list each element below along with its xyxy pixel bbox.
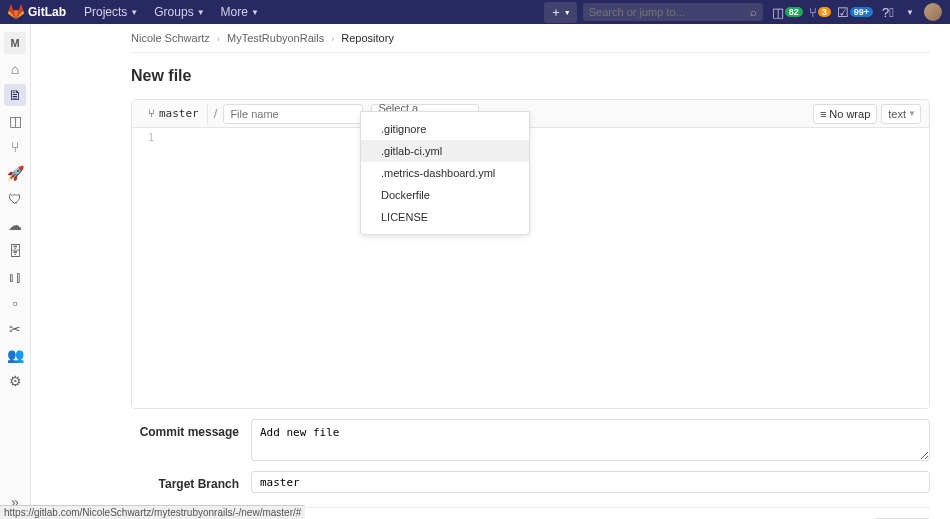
branch-selector[interactable]: ⑂ master (140, 104, 208, 124)
file-header: ⑂ master / Select a template type ▼ ≡ No… (132, 100, 929, 128)
plus-icon: ＋ (550, 4, 562, 21)
crumb-repository[interactable]: Repository (341, 32, 394, 44)
global-search[interactable]: ⌕ (583, 3, 763, 21)
brand-text: GitLab (28, 5, 66, 19)
todos-icon: ☑ (837, 5, 849, 20)
sidebar-project-avatar[interactable]: M (4, 32, 26, 54)
user-avatar[interactable] (924, 3, 942, 21)
chevron-down-icon: ▼ (564, 9, 571, 16)
sidebar-home[interactable]: ⌂ (4, 58, 26, 80)
browser-status-bar: https://gitlab.com/NicoleSchwartz/mytest… (0, 505, 305, 519)
branch-icon: ⑂ (148, 107, 155, 120)
sidebar-wiki[interactable]: ▫ (4, 292, 26, 314)
left-sidebar: M ⌂ 🗎 ◫ ⑂ 🚀 🛡 ☁ 🗄 ⫾⫿ ▫ ✂ 👥 ⚙ » (0, 24, 31, 519)
sidebar-operations[interactable]: ☁ (4, 214, 26, 236)
gitlab-logo[interactable]: GitLab (8, 4, 66, 20)
filename-input[interactable] (223, 104, 363, 124)
search-icon: ⌕ (750, 6, 757, 18)
issue-icon: ◫ (9, 113, 22, 129)
syntax-type-selector[interactable]: text ▼ (881, 104, 921, 124)
issues-icon: ◫ (772, 5, 784, 20)
target-branch-input[interactable] (251, 471, 930, 493)
commit-message-row: Commit message (131, 419, 930, 461)
home-icon: ⌂ (11, 61, 19, 77)
crumb-user[interactable]: Nicole Schwartz (131, 32, 210, 44)
issues-badge[interactable]: ◫82 (772, 5, 803, 20)
shield-icon: 🛡 (8, 191, 22, 207)
sidebar-repository[interactable]: 🗎 (4, 84, 26, 106)
main-content: Nicole Schwartz › MyTestRubyonRails › Re… (31, 24, 950, 519)
target-branch-row: Target Branch (131, 471, 930, 493)
branch-name: master (159, 107, 199, 120)
nav-projects[interactable]: Projects▼ (84, 5, 138, 19)
members-icon: 👥 (7, 347, 24, 363)
wrap-icon: ≡ (820, 108, 826, 120)
todos-badge[interactable]: ☑99+ (837, 5, 873, 20)
commit-message-input[interactable] (251, 419, 930, 461)
chevron-down-icon: ▼ (251, 8, 259, 17)
merge-request-icon: ⑂ (809, 5, 817, 20)
crumb-project[interactable]: MyTestRubyonRails (227, 32, 324, 44)
chevron-down-icon: ▼ (197, 8, 205, 17)
sidebar-analytics[interactable]: ⫾⫿ (4, 266, 26, 288)
sidebar-packages[interactable]: 🗄 (4, 240, 26, 262)
nav-more[interactable]: More▼ (221, 5, 259, 19)
template-option[interactable]: LICENSE (361, 206, 529, 228)
template-option[interactable]: .gitlab-ci.yml (361, 140, 529, 162)
commit-message-label: Commit message (131, 419, 251, 439)
gitlab-icon (8, 4, 24, 20)
sidebar-merge-requests[interactable]: ⑂ (4, 136, 26, 158)
wrap-label: No wrap (829, 108, 870, 120)
sidebar-settings[interactable]: ⚙ (4, 370, 26, 392)
gear-icon: ⚙ (9, 373, 22, 389)
search-input[interactable] (589, 6, 750, 18)
chevron-down-icon: ▼ (908, 109, 916, 118)
wrap-toggle[interactable]: ≡ No wrap (813, 104, 877, 124)
chart-icon: ⫾⫿ (8, 269, 22, 285)
template-option[interactable]: .metrics-dashboard.yml (361, 162, 529, 184)
breadcrumb: Nicole Schwartz › MyTestRubyonRails › Re… (131, 24, 930, 53)
book-icon: ▫ (13, 295, 18, 311)
sidebar-snippets[interactable]: ✂ (4, 318, 26, 340)
target-branch-label: Target Branch (131, 471, 251, 491)
editor-body[interactable]: 1 (132, 128, 929, 408)
mr-badge[interactable]: ⑂3 (809, 5, 831, 20)
top-navbar: GitLab Projects▼ Groups▼ More▼ ＋▼ ⌕ ◫82 … (0, 0, 950, 24)
file-editor-box: ⑂ master / Select a template type ▼ ≡ No… (131, 99, 930, 409)
template-option[interactable]: Dockerfile (361, 184, 529, 206)
sidebar-issues[interactable]: ◫ (4, 110, 26, 132)
template-dropdown: .gitignore.gitlab-ci.yml.metrics-dashboa… (360, 111, 530, 235)
package-icon: 🗄 (8, 243, 22, 259)
chevron-down-icon: ▼ (906, 8, 914, 17)
code-editor[interactable] (162, 128, 929, 408)
plus-dropdown[interactable]: ＋▼ (544, 2, 577, 23)
line-gutter: 1 (132, 128, 162, 408)
nav-groups[interactable]: Groups▼ (154, 5, 204, 19)
snippet-icon: ✂ (9, 321, 21, 337)
path-separator: / (214, 106, 218, 121)
sidebar-cicd[interactable]: 🚀 (4, 162, 26, 184)
help-icon[interactable]: ?⃝ (882, 5, 894, 20)
sidebar-members[interactable]: 👥 (4, 344, 26, 366)
template-option[interactable]: .gitignore (361, 118, 529, 140)
type-label: text (888, 108, 906, 120)
sidebar-security[interactable]: 🛡 (4, 188, 26, 210)
file-icon: 🗎 (8, 87, 22, 103)
merge-icon: ⑂ (11, 139, 19, 155)
rocket-icon: 🚀 (7, 165, 24, 181)
operations-icon: ☁ (8, 217, 22, 233)
chevron-down-icon: ▼ (130, 8, 138, 17)
page-title: New file (131, 67, 930, 85)
